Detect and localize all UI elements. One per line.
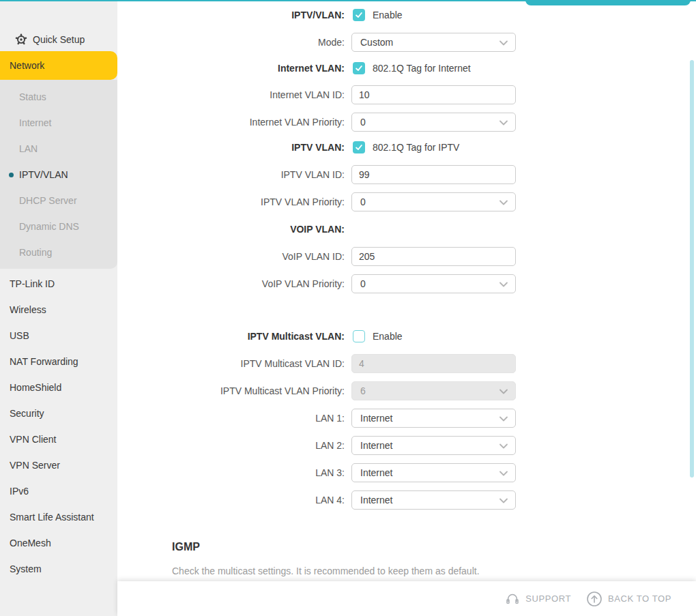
iptv-vlan-enable-row: IPTV/VLAN: Enable bbox=[117, 5, 554, 25]
voip-vlan-priority-row: VoIP VLAN Priority: 0 bbox=[117, 274, 554, 293]
iptv-multicast-vlan-id-input bbox=[351, 354, 516, 373]
internet-vlan-tag-checkbox[interactable] bbox=[353, 62, 365, 74]
chevron-down-icon bbox=[497, 440, 510, 452]
selected-value: 0 bbox=[360, 278, 366, 289]
field-label: VOIP VLAN: bbox=[117, 224, 345, 235]
iptv-multicast-vlan-priority-row: IPTV Multicast VLAN Priority: 6 bbox=[117, 381, 554, 400]
iptv-multicast-vlan-enable-checkbox[interactable] bbox=[353, 330, 365, 342]
checkbox-label: Enable bbox=[373, 10, 403, 20]
field-label: IPTV VLAN ID: bbox=[117, 169, 345, 180]
lan1-select[interactable]: Internet bbox=[351, 409, 516, 428]
mode-select[interactable]: Custom bbox=[351, 33, 516, 52]
lan3-select[interactable]: Internet bbox=[351, 463, 516, 482]
selected-value: Internet bbox=[360, 413, 392, 424]
footer-bar: SUPPORT BACK TO TOP bbox=[117, 581, 696, 616]
scrollbar-thumb[interactable] bbox=[690, 60, 694, 478]
sidebar-item-routing[interactable]: Routing bbox=[0, 239, 117, 265]
chevron-down-icon bbox=[497, 117, 510, 129]
voip-vlan-priority-select[interactable]: 0 bbox=[351, 274, 516, 293]
sidebar-item-nat-forwarding[interactable]: NAT Forwarding bbox=[0, 349, 117, 375]
internet-vlan-id-row: Internet VLAN ID: bbox=[117, 85, 554, 104]
selected-value: 6 bbox=[360, 385, 366, 396]
field-label: IPTV Multicast VLAN ID: bbox=[117, 358, 345, 369]
selected-value: Internet bbox=[360, 467, 392, 478]
internet-vlan-priority-row: Internet VLAN Priority: 0 bbox=[117, 113, 554, 132]
field-label: VoIP VLAN ID: bbox=[117, 251, 345, 262]
igmp-section-title: IGMP bbox=[172, 541, 200, 553]
sidebar-item-vpn-server[interactable]: VPN Server bbox=[0, 452, 117, 478]
submenu-label: Dynamic DNS bbox=[19, 221, 79, 232]
checkbox-label: 802.1Q Tag for IPTV bbox=[373, 142, 459, 153]
internet-vlan-row: Internet VLAN: 802.1Q Tag for Internet bbox=[117, 59, 554, 78]
field-label: LAN 3: bbox=[117, 467, 345, 478]
sidebar-item-usb[interactable]: USB bbox=[0, 323, 117, 349]
chevron-down-icon bbox=[497, 196, 510, 209]
sidebar-item-homeshield[interactable]: HomeShield bbox=[0, 375, 117, 400]
sidebar-item-tplink-id[interactable]: TP-Link ID bbox=[0, 271, 117, 297]
sidebar-item-onemesh[interactable]: OneMesh bbox=[0, 530, 117, 556]
iptv-vlan-priority-row: IPTV VLAN Priority: 0 bbox=[117, 192, 554, 211]
check-icon bbox=[355, 64, 363, 72]
iptv-vlan-priority-select[interactable]: 0 bbox=[351, 192, 516, 211]
submenu-label: Routing bbox=[19, 247, 52, 258]
field-label: Mode: bbox=[117, 37, 345, 48]
iptv-vlan-tag-checkbox[interactable] bbox=[353, 141, 365, 153]
sidebar-item-lan[interactable]: LAN bbox=[0, 136, 117, 162]
field-label: IPTV VLAN Priority: bbox=[117, 196, 345, 207]
sidebar-item-security[interactable]: Security bbox=[0, 400, 117, 426]
chevron-down-icon bbox=[497, 467, 510, 480]
quick-setup-label: Quick Setup bbox=[33, 34, 85, 45]
back-to-top-button[interactable]: BACK TO TOP bbox=[586, 591, 671, 607]
sidebar-item-smart-life-assistant[interactable]: Smart Life Assistant bbox=[0, 504, 117, 530]
field-label: IPTV Multicast VLAN Priority: bbox=[117, 385, 345, 396]
submenu-label: IPTV/VLAN bbox=[19, 169, 68, 180]
field-label: LAN 2: bbox=[117, 440, 345, 451]
check-icon bbox=[355, 11, 363, 19]
chevron-down-icon bbox=[497, 37, 510, 49]
field-label: VoIP VLAN Priority: bbox=[117, 278, 345, 289]
sidebar-item-internet[interactable]: Internet bbox=[0, 110, 117, 136]
submenu-label: DHCP Server bbox=[19, 195, 77, 206]
sidebar-item-status[interactable]: Status bbox=[0, 84, 117, 110]
chevron-down-icon bbox=[497, 495, 510, 507]
iptv-vlan-enable-checkbox[interactable] bbox=[353, 9, 365, 21]
top-right-accent-tab bbox=[525, 0, 691, 5]
sidebar-item-dhcp-server[interactable]: DHCP Server bbox=[0, 188, 117, 214]
field-label: IPTV/VLAN: bbox=[117, 10, 345, 20]
iptv-vlan-settings-panel: IPTV/VLAN: Enable Mode: Custom Internet … bbox=[117, 1, 696, 581]
sidebar-item-wireless[interactable]: Wireless bbox=[0, 297, 117, 323]
iptv-vlan-id-row: IPTV VLAN ID: bbox=[117, 165, 554, 184]
lan2-select[interactable]: Internet bbox=[351, 436, 516, 455]
arrow-up-circle-icon bbox=[586, 591, 603, 607]
sidebar-item-iptv-vlan[interactable]: IPTV/VLAN bbox=[0, 162, 117, 188]
selected-value: Internet bbox=[360, 440, 392, 451]
sidebar: Quick Setup Network Status Internet LAN … bbox=[0, 1, 117, 616]
support-button[interactable]: SUPPORT bbox=[505, 591, 571, 606]
submenu-label: LAN bbox=[19, 143, 38, 154]
internet-vlan-id-input[interactable] bbox=[351, 85, 516, 104]
internet-vlan-priority-select[interactable]: 0 bbox=[351, 113, 516, 132]
field-label: LAN 4: bbox=[117, 495, 345, 505]
chevron-down-icon bbox=[497, 278, 510, 291]
voip-vlan-id-input[interactable] bbox=[351, 247, 516, 266]
lan1-row: LAN 1: Internet bbox=[117, 409, 554, 428]
checkbox-label: 802.1Q Tag for Internet bbox=[373, 63, 471, 74]
sidebar-item-vpn-client[interactable]: VPN Client bbox=[0, 426, 117, 452]
sidebar-item-ipv6[interactable]: IPv6 bbox=[0, 478, 117, 504]
field-label: IPTV VLAN: bbox=[117, 142, 345, 153]
lan4-row: LAN 4: Internet bbox=[117, 490, 554, 510]
lan4-select[interactable]: Internet bbox=[351, 490, 516, 510]
selected-value: Custom bbox=[360, 37, 393, 48]
voip-vlan-id-row: VoIP VLAN ID: bbox=[117, 247, 554, 266]
sidebar-item-system[interactable]: System bbox=[0, 556, 117, 582]
igmp-section-description: Check the multicast settings. It is reco… bbox=[172, 566, 480, 576]
active-bullet-icon bbox=[9, 173, 14, 177]
field-label: LAN 1: bbox=[117, 413, 345, 424]
network-label: Network bbox=[10, 60, 44, 71]
sidebar-item-quick-setup[interactable]: Quick Setup bbox=[0, 30, 117, 49]
sidebar-item-dynamic-dns[interactable]: Dynamic DNS bbox=[0, 214, 117, 239]
mode-row: Mode: Custom bbox=[117, 33, 554, 52]
sidebar-item-network[interactable]: Network bbox=[0, 51, 117, 80]
support-label: SUPPORT bbox=[525, 593, 571, 604]
iptv-vlan-id-input[interactable] bbox=[351, 165, 516, 184]
